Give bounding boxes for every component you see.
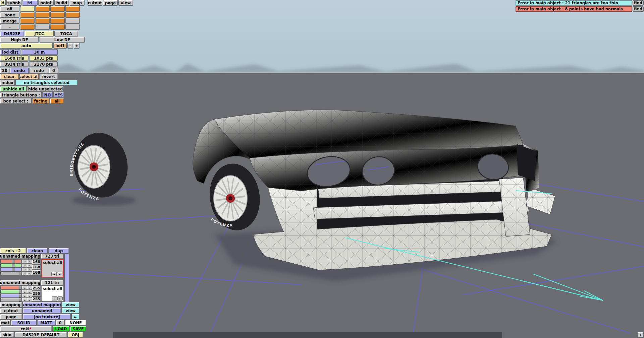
clean-button[interactable]: clean [27, 248, 48, 254]
slider-increment-icon[interactable]: ► [27, 294, 32, 298]
menu-item-subob[interactable]: subob [6, 0, 21, 6]
subobject-grid-cell-gray[interactable] [65, 24, 80, 30]
low-df-button[interactable]: Low DF [40, 37, 85, 43]
find-button-1[interactable]: find [633, 0, 644, 6]
channel-value-field[interactable]: 255 [32, 296, 41, 301]
mat-zero-value[interactable]: 0 [56, 320, 64, 326]
variant-d4523f-button[interactable]: D4523F [0, 31, 24, 37]
color-slider-blue[interactable] [0, 267, 21, 271]
subobject-grid-cell-gray[interactable] [65, 18, 80, 24]
subobject-grid-cell-yellow[interactable] [20, 6, 35, 12]
subobject-grid-cell-orange[interactable] [35, 18, 50, 24]
lod-current-button[interactable]: lod1 [53, 43, 67, 49]
lod-auto-button[interactable]: auto [0, 43, 53, 49]
load-button[interactable]: LOAD [53, 326, 69, 332]
box-select-facing[interactable]: facing [32, 98, 49, 104]
channel-value-field[interactable]: 255 [32, 291, 41, 296]
box-select-all[interactable]: all [50, 98, 64, 104]
channel-value-field[interactable]: 255 [32, 286, 41, 291]
slider-decrement-icon[interactable]: ◄ [22, 294, 27, 298]
subobject-grid-cell-gray[interactable] [35, 24, 50, 30]
subobject-grid-cell-orange[interactable] [35, 6, 50, 12]
subobject-grid-cell-orange[interactable] [50, 12, 65, 18]
mapping-select-all-box-2[interactable]: select all ◄ ► [41, 286, 64, 301]
select-all-button[interactable]: select all [19, 74, 39, 79]
slider-increment-icon[interactable]: ► [27, 263, 32, 267]
unhide-all-button[interactable]: unhide all [0, 86, 26, 92]
texture-name[interactable]: cekl* [0, 326, 52, 332]
mapping-view-button[interactable]: view [62, 302, 79, 308]
cols-button[interactable]: cols : 2 [0, 248, 26, 254]
cutout-view-button[interactable]: view [62, 308, 79, 314]
mapping-name[interactable]: unnamed mapping [0, 280, 40, 285]
slider-decrement-icon[interactable]: ◄ [22, 259, 27, 263]
subobject-grid-cell-orange[interactable] [20, 12, 35, 18]
mapping-scrollbar[interactable] [64, 254, 69, 302]
next-mapping-icon[interactable]: ► [57, 272, 62, 276]
high-df-button[interactable]: High DF [0, 37, 39, 43]
undo-button[interactable]: undo [10, 68, 29, 73]
color-slider-blue[interactable] [0, 294, 21, 298]
zoom-in-button[interactable]: + [638, 332, 644, 338]
save-button[interactable]: SAVE [70, 326, 86, 332]
variant-jtcc-button[interactable]: JTCC [25, 31, 54, 37]
redo-button[interactable]: redo [30, 68, 48, 73]
slider-increment-icon[interactable]: ► [27, 290, 32, 294]
variant-toca-button[interactable]: TOCA [54, 31, 78, 37]
channel-value-field[interactable]: 168 [32, 265, 41, 270]
menu-item-h[interactable]: H [0, 0, 6, 6]
channel-value-field[interactable]: 168 [32, 259, 41, 264]
cutout-value[interactable]: unnamed [23, 308, 61, 314]
slider-increment-icon[interactable]: ► [27, 271, 32, 275]
invert-button[interactable]: invert [39, 74, 58, 79]
dup-button[interactable]: dup [48, 248, 69, 254]
mapping-value[interactable]: unnamed mapping [23, 302, 61, 308]
color-slider-green[interactable] [0, 263, 21, 267]
triangle-buttons-no[interactable]: NO [42, 92, 53, 98]
mat-solid-button[interactable]: SOLID [11, 320, 37, 326]
find-button-2[interactable]: find [633, 6, 644, 12]
slider-decrement-icon[interactable]: ◄ [22, 267, 27, 271]
color-slider-red[interactable] [0, 259, 21, 263]
next-mapping-icon[interactable]: ► [57, 296, 63, 300]
subobject-row-label-button[interactable]: merge [0, 18, 19, 24]
channel-value-field[interactable]: 168 [32, 270, 41, 275]
menu-item-point[interactable]: point [38, 0, 54, 6]
slider-decrement-icon[interactable]: ◄ [22, 286, 27, 290]
hide-unselected-button[interactable]: hide unselected [27, 86, 64, 92]
skin-value[interactable]: D4523F_DEFAULT [15, 332, 67, 338]
subobject-row-label-button[interactable]: all [0, 6, 19, 12]
color-slider-green[interactable] [0, 290, 21, 294]
color-slider-red[interactable] [0, 286, 21, 290]
page-next-icon[interactable]: ► [71, 314, 79, 320]
menu-item-page[interactable]: page [103, 0, 118, 6]
slider-decrement-icon[interactable]: ◄ [22, 298, 27, 302]
mapping-name[interactable]: unnamed mapping [0, 254, 40, 259]
subobject-grid-cell-orange[interactable] [50, 6, 65, 12]
mat-none-button[interactable]: NONE [65, 320, 86, 326]
slider-decrement-icon[interactable]: ◄ [22, 290, 27, 294]
menu-item-cutout[interactable]: cutout [88, 0, 102, 6]
menu-item-map[interactable]: map [70, 0, 85, 6]
mapping-select-all-box-1[interactable]: select all ◄ ► [41, 259, 64, 277]
subobject-row-label-button[interactable]: – [0, 24, 19, 30]
slider-increment-icon[interactable]: ► [27, 286, 32, 290]
menu-item-tri[interactable]: tri [22, 0, 38, 6]
subobject-grid-cell-orange[interactable] [20, 18, 35, 24]
prev-mapping-icon[interactable]: ◄ [52, 296, 57, 300]
subobject-grid-cell-orange[interactable] [20, 24, 35, 30]
viewport-3d[interactable]: BRIDGESTONE POTENZA [0, 0, 644, 338]
slider-decrement-icon[interactable]: ◄ [22, 263, 27, 267]
subobject-grid-cell-orange[interactable] [50, 24, 65, 30]
skin-obj-button[interactable]: OBJ [68, 332, 83, 338]
lod-minus-button[interactable]: – [67, 43, 73, 49]
slider-decrement-icon[interactable]: ◄ [22, 271, 27, 275]
subobject-grid-cell-orange[interactable] [65, 6, 80, 12]
mat-matt-button[interactable]: MATT [37, 320, 55, 326]
clear-button[interactable]: clear [0, 74, 19, 79]
subobject-grid-cell-orange[interactable] [50, 18, 65, 24]
slider-increment-icon[interactable]: ► [27, 259, 32, 263]
triangle-buttons-yes[interactable]: YES [53, 92, 64, 98]
subobject-row-label-button[interactable]: none [0, 12, 19, 18]
prev-mapping-icon[interactable]: ◄ [51, 272, 57, 276]
